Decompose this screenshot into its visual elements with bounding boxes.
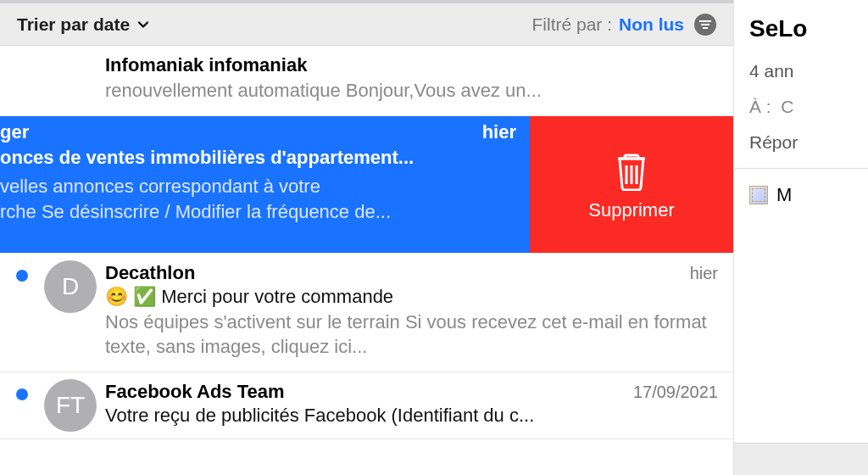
message-list: Infomaniak infomaniak renouvellement aut…	[0, 46, 733, 439]
filter-label: Filtré par :	[531, 14, 612, 35]
attachment-row[interactable]: M	[749, 184, 868, 206]
date: 17/09/2021	[633, 383, 718, 402]
avatar: FT	[44, 379, 97, 432]
chevron-down-icon	[136, 18, 150, 31]
trash-icon	[611, 147, 652, 191]
sender: Facebook Ads Team	[105, 381, 633, 403]
delete-button[interactable]: Supprimer	[530, 116, 733, 253]
message-row[interactable]: Infomaniak infomaniak renouvellement aut…	[0, 46, 733, 116]
preview-sender: SeLo	[749, 15, 868, 42]
preview-to: À : C	[749, 97, 868, 117]
preview-pane: SeLo 4 ann À : C Répor M	[733, 0, 868, 475]
filter-icon[interactable]	[694, 14, 716, 36]
preview: Nos équipes s'activent sur le terrain Si…	[105, 310, 718, 360]
mailbox-toolbar: Trier par date Filtré par : Non lus	[0, 0, 733, 46]
unread-dot-icon	[16, 388, 28, 400]
sort-label: Trier par date	[17, 14, 130, 35]
divider	[734, 168, 868, 169]
subject: onces de ventes immobilières d'apparteme…	[0, 147, 530, 169]
sender: Infomaniak infomaniak	[105, 54, 718, 76]
avatar: D	[44, 260, 97, 313]
preview: renouvellement automatique Bonjour,Vous …	[105, 78, 718, 103]
mail-stamp-icon	[749, 186, 768, 204]
sort-button[interactable]: Trier par date	[17, 14, 150, 35]
preview-time: 4 ann	[749, 61, 868, 81]
date: hier	[482, 121, 530, 143]
subject: Votre reçu de publicités Facebook (Ident…	[105, 405, 718, 427]
sender: ger	[0, 121, 482, 143]
preview-bottom-bar	[734, 443, 868, 475]
message-row[interactable]: FT Facebook Ads Team 17/09/2021 Votre re…	[0, 372, 733, 439]
subject: 😊 ✅ Merci pour votre commande	[105, 286, 718, 308]
date: hier	[690, 264, 718, 283]
message-row-swiped[interactable]: ger hier onces de ventes immobilières d'…	[0, 116, 733, 254]
attachment-label: M	[776, 184, 792, 206]
delete-label: Supprimer	[588, 199, 674, 221]
reply-to-label: Répor	[749, 132, 868, 153]
sender: Decathlon	[105, 262, 690, 284]
message-row[interactable]: D Decathlon hier 😊 ✅ Merci pour votre co…	[0, 254, 733, 372]
preview: velles annonces correspondant à votre rc…	[0, 174, 530, 226]
unread-dot-icon	[16, 270, 28, 282]
filter-value-button[interactable]: Non lus	[619, 14, 684, 35]
